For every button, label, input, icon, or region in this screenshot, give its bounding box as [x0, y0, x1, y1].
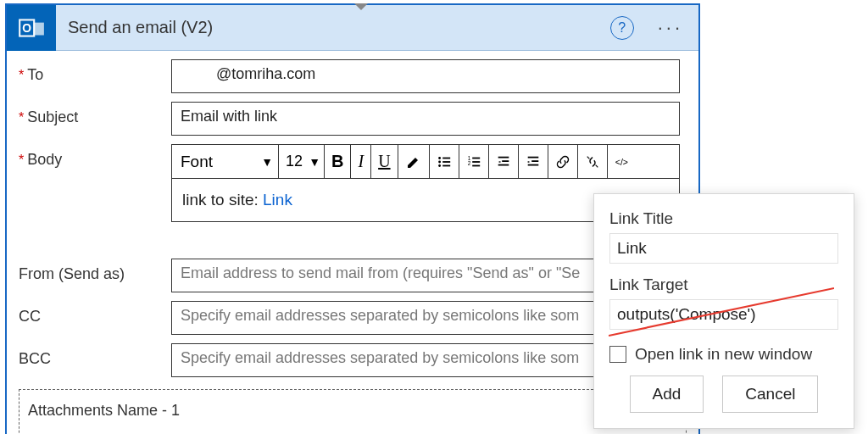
- svg-rect-9: [442, 164, 450, 166]
- svg-rect-20: [527, 164, 538, 165]
- unlink-icon[interactable]: [578, 145, 608, 178]
- bulleted-list-icon[interactable]: [430, 145, 459, 178]
- svg-text:2: 2: [467, 159, 470, 165]
- link-target-label: Link Target: [609, 275, 838, 294]
- body-label: Body: [19, 144, 171, 169]
- svg-text:</>: </>: [615, 156, 627, 166]
- collapse-indicator-icon: [354, 3, 368, 10]
- svg-rect-18: [527, 156, 538, 158]
- link-title-input[interactable]: [609, 233, 838, 264]
- checkbox-label: Open link in new window: [635, 345, 812, 364]
- highlight-icon[interactable]: [398, 145, 430, 178]
- link-target-input[interactable]: [609, 299, 838, 330]
- font-select[interactable]: Font▼: [172, 145, 279, 178]
- more-menu-button[interactable]: ···: [649, 14, 698, 42]
- body-text: link to site:: [182, 191, 263, 209]
- code-view-icon[interactable]: </>: [608, 145, 637, 178]
- outdent-icon[interactable]: [489, 145, 519, 178]
- cancel-button[interactable]: Cancel: [722, 376, 818, 413]
- svg-rect-19: [531, 160, 538, 162]
- svg-rect-13: [472, 161, 480, 163]
- outlook-icon: O: [7, 5, 56, 51]
- font-size-select[interactable]: 12▼: [279, 145, 325, 178]
- attachments-label: Attachments Name - 1: [28, 402, 180, 419]
- svg-point-5: [438, 160, 441, 163]
- open-new-window-checkbox[interactable]: Open link in new window: [609, 345, 838, 364]
- link-title-label: Link Title: [609, 209, 838, 228]
- italic-button[interactable]: I: [351, 145, 371, 178]
- svg-line-22: [595, 164, 598, 167]
- link-popover: Link Title Link Target Open link in new …: [593, 193, 854, 429]
- svg-rect-8: [442, 161, 450, 163]
- svg-rect-17: [498, 164, 509, 165]
- svg-rect-15: [498, 156, 509, 158]
- help-icon[interactable]: ?: [610, 16, 634, 40]
- subject-label: Subject: [19, 102, 171, 126]
- bcc-label: BCC: [19, 343, 171, 368]
- subject-input[interactable]: Email with link: [171, 102, 680, 136]
- svg-line-21: [587, 156, 589, 159]
- body-link[interactable]: Link: [263, 191, 292, 209]
- svg-text:O: O: [22, 21, 31, 35]
- svg-rect-16: [502, 160, 509, 162]
- cc-label: CC: [19, 301, 171, 326]
- underline-button[interactable]: U: [371, 145, 398, 178]
- svg-rect-14: [472, 164, 480, 166]
- to-input[interactable]: @tomriha.com: [171, 59, 680, 93]
- link-icon[interactable]: [548, 145, 578, 178]
- checkbox-icon: [609, 346, 626, 363]
- svg-rect-12: [472, 157, 480, 159]
- attachments-section: Attachments Name - 1: [19, 389, 687, 434]
- editor-toolbar: Font▼ 12▼ B I U 12 </>: [172, 145, 679, 179]
- svg-point-6: [438, 164, 441, 167]
- indent-icon[interactable]: [519, 145, 548, 178]
- card-title: Send an email (V2): [56, 18, 610, 37]
- svg-point-4: [438, 157, 441, 159]
- svg-rect-7: [442, 157, 450, 159]
- numbered-list-icon[interactable]: 12: [459, 145, 489, 178]
- bold-button[interactable]: B: [325, 145, 351, 178]
- from-label: From (Send as): [19, 259, 171, 283]
- add-button[interactable]: Add: [630, 376, 704, 413]
- card-header: O Send an email (V2) ? ···: [7, 5, 698, 51]
- to-label: To: [19, 59, 171, 84]
